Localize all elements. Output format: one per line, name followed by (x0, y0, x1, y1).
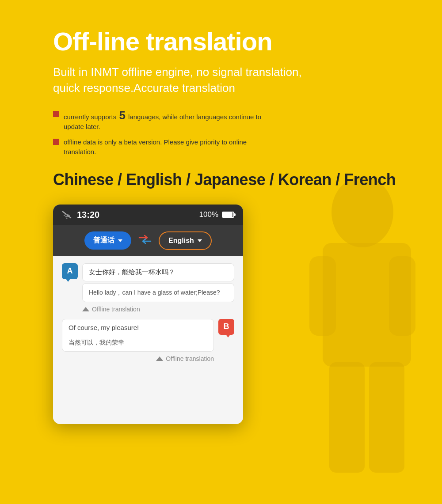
message-b-container: Of course, my pleasure! 当然可以，我的荣幸 B (62, 319, 234, 352)
source-lang-chevron (118, 239, 122, 242)
target-language-label: English (168, 237, 194, 245)
offline-icon-b (156, 356, 163, 361)
bullet-icon-2 (53, 139, 59, 145)
status-left: 13:20 (62, 210, 99, 220)
avatar-a: A (62, 263, 78, 279)
msg-a-original: 女士你好，能给我一杯水吗？ (82, 263, 234, 281)
msg-a-translation: Hello lady，can I have a glass of water;P… (82, 283, 234, 302)
page-title: Off-line translation (53, 27, 415, 56)
offline-label-b: Offline translation (166, 355, 214, 362)
subtitle-text: Built in INMT offline engine, no signal … (53, 64, 318, 96)
language-selector-bar: 普通话 English (53, 225, 243, 256)
svg-point-7 (66, 218, 68, 219)
offline-icon-a (82, 307, 89, 311)
bullet-item-1: currently supports 5 languages, while ot… (53, 110, 274, 132)
status-time: 13:20 (77, 210, 99, 220)
target-language-button[interactable]: English (159, 231, 212, 250)
battery-icon (222, 212, 234, 218)
bullet-icon-1 (53, 111, 59, 117)
source-language-button[interactable]: 普通话 (84, 231, 131, 250)
swap-languages-icon[interactable] (138, 235, 152, 247)
msg-b-original: Of course, my pleasure! (69, 324, 207, 335)
target-lang-chevron (198, 239, 202, 242)
msg-b-bubble: Of course, my pleasure! 当然可以，我的荣幸 (62, 319, 214, 352)
chat-area: A 女士你好，能给我一杯水吗？ Hello lady，can I have a … (53, 256, 243, 424)
bullet-2-text: offline data is only a beta version. Ple… (64, 137, 274, 157)
msg-b-translation: 当然可以，我的荣幸 (69, 339, 207, 347)
offline-tag-b: Offline translation (62, 355, 214, 362)
message-a-container: A 女士你好，能给我一杯水吗？ (62, 263, 234, 281)
feature-bullets: currently supports 5 languages, while ot… (53, 110, 274, 157)
phone-mockup: 13:20 100% 普通话 En (53, 205, 243, 424)
battery-fill (223, 212, 232, 217)
language-count: 5 (119, 109, 125, 122)
wifi-off-icon (62, 211, 72, 219)
main-content: Off-line translation Built in INMT offli… (0, 0, 442, 451)
battery-percent: 100% (199, 210, 218, 219)
bullet-item-2: offline data is only a beta version. Ple… (53, 137, 274, 157)
supported-languages: Chinese / English / Japanese / Korean / … (53, 171, 415, 189)
avatar-b: B (218, 319, 234, 335)
offline-label-a: Offline translation (92, 306, 140, 313)
status-right: 100% (199, 210, 234, 219)
source-language-label: 普通话 (93, 236, 114, 245)
offline-tag-a: Offline translation (82, 306, 234, 313)
phone-status-bar: 13:20 100% (53, 205, 243, 225)
bullet-1-text: currently supports 5 languages, while ot… (64, 110, 274, 132)
